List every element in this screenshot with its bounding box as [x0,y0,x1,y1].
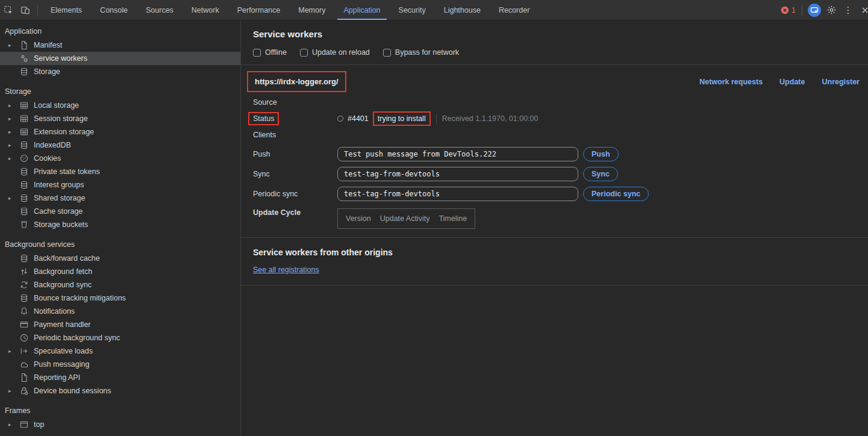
sidebar-item-background-sync[interactable]: Background sync [0,278,240,291]
tab-application[interactable]: Application [337,0,386,20]
lockbadge-icon [19,386,29,396]
sidebar-item-background-fetch[interactable]: Background fetch [0,265,240,278]
status-received: Received 1.1.1970, 01:00:00 [442,114,539,123]
expander-arrow-icon[interactable]: ▸ [8,388,17,394]
database-icon [19,140,29,150]
tab-elements[interactable]: Elements [45,0,88,20]
more-options-button[interactable]: ⋮ [840,2,857,18]
sidebar-item-label: Local storage [34,101,79,110]
tab-console[interactable]: Console [94,0,134,20]
sidebar-item-service-workers[interactable]: Service workers [0,52,240,65]
extension-icon [808,4,821,17]
periodic-sync-tag-input[interactable] [337,187,578,201]
error-icon [781,6,789,14]
device-toolbar-button[interactable] [17,2,34,18]
expander-arrow-icon[interactable]: ▸ [8,142,17,148]
sidebar-item-cookies[interactable]: ▸Cookies [0,152,240,165]
database-icon [19,293,29,303]
sidebar-item-payment-handler[interactable]: Payment handler [0,318,240,331]
unregister-link[interactable]: Unregister [822,78,860,86]
tab-performance[interactable]: Performance [231,0,287,20]
close-icon [861,6,868,14]
sidebar-item-label: Background fetch [34,267,92,276]
devtools-tabbar: ElementsConsoleSourcesNetworkPerformance… [0,0,868,20]
checkbox-icon[interactable] [253,49,261,57]
clients-label: Clients [253,131,337,139]
expander-arrow-icon[interactable]: ▸ [8,195,17,201]
tab-network[interactable]: Network [186,0,225,20]
sidebar-item-label: Speculative loads [34,347,93,355]
sidebar-item-label: Storage buckets [34,220,88,229]
checkbox-offline[interactable]: Offline [253,48,287,57]
periodic-sync-label: Periodic sync [253,190,337,198]
sidebar-item-local-storage[interactable]: ▸Local storage [0,99,240,112]
sidebar-item-manifest[interactable]: ▸Manifest [0,39,240,52]
sidebar-item-bounce-tracking-mitigations[interactable]: Bounce tracking mitigations [0,291,240,305]
tab-sources[interactable]: Sources [140,0,180,20]
sidebar-section-frames: Frames▸top [0,403,240,431]
frame-icon [19,420,29,429]
service-worker-entry: https://irdx-logger.org/ Network request… [241,65,868,229]
expander-arrow-icon[interactable]: ▸ [8,42,17,48]
push-message-input[interactable] [337,147,578,161]
source-label: Source [253,98,337,107]
sidebar-item-push-messaging[interactable]: Push messaging [0,358,240,371]
sidebar-item-shared-storage[interactable]: ▸Shared storage [0,192,240,205]
sidebar-item-session-storage[interactable]: ▸Session storage [0,112,240,125]
expander-arrow-icon[interactable]: ▸ [8,102,17,108]
sidebar-item-label: Manifest [34,41,62,49]
see-all-registrations-link[interactable]: See all registrations [253,266,319,274]
checkbox-bypass-for-network[interactable]: Bypass for network [383,48,459,57]
sidebar-section-title: Background services [0,237,240,252]
sidebar-item-interest-groups[interactable]: Interest groups [0,178,240,192]
status-radio-icon[interactable] [337,116,343,122]
extension-button[interactable] [806,2,823,18]
expander-arrow-icon[interactable]: ▸ [8,129,17,135]
expander-arrow-icon[interactable]: ▸ [8,155,17,161]
expander-arrow-icon[interactable]: ▸ [8,422,17,428]
update-cycle-label: Update Cycle [253,208,337,217]
update-cycle-header-update-activity: Update Activity [380,214,430,223]
sidebar-item-extension-storage[interactable]: ▸Extension storage [0,125,240,139]
tab-security[interactable]: Security [393,0,432,20]
sync-button[interactable]: Sync [583,167,618,181]
sidebar-item-label: Back/forward cache [34,254,100,263]
expander-arrow-icon[interactable]: ▸ [8,348,17,354]
checkbox-update-on-reload[interactable]: Update on reload [300,48,370,57]
update-link[interactable]: Update [779,78,805,86]
periodic-sync-button[interactable]: Periodic sync [583,187,649,201]
sidebar-item-private-state-tokens[interactable]: Private state tokens [0,165,240,178]
periodic-sync-row: Periodic sync Periodic sync [253,187,868,201]
error-badge[interactable]: 1 [781,6,796,14]
sidebar-item-speculative-loads[interactable]: ▸Speculative loads [0,344,240,358]
inspect-element-button[interactable] [0,2,17,18]
tab-lighthouse[interactable]: Lighthouse [438,0,487,20]
sidebar-item-back-forward-cache[interactable]: Back/forward cache [0,252,240,265]
sidebar-item-reporting-api[interactable]: Reporting API [0,371,240,384]
sidebar-item-indexeddb[interactable]: ▸IndexedDB [0,139,240,152]
panel-tabs: ElementsConsoleSourcesNetworkPerformance… [42,0,539,20]
service-worker-origin: https://irdx-logger.org/ [255,77,339,86]
sidebar-item-top[interactable]: ▸top [0,418,240,431]
settings-button[interactable] [823,2,840,18]
update-cycle-header-timeline: Timeline [439,214,467,223]
sidebar-item-notifications[interactable]: Notifications [0,305,240,318]
database-icon [19,193,29,203]
push-button[interactable]: Push [583,147,619,161]
sidebar-item-storage-buckets[interactable]: Storage buckets [0,218,240,231]
sync-tag-input[interactable] [337,167,578,181]
origin-annotation-box: https://irdx-logger.org/ [247,71,346,92]
sidebar-item-label: Cookies [34,154,61,163]
network-requests-link[interactable]: Network requests [699,78,763,86]
checkbox-icon[interactable] [300,49,308,57]
close-devtools-button[interactable] [857,2,868,18]
sidebar-item-cache-storage[interactable]: Cache storage [0,205,240,218]
inspect-cursor-icon [4,5,13,15]
tab-recorder[interactable]: Recorder [493,0,535,20]
sidebar-item-storage[interactable]: Storage [0,65,240,78]
sidebar-item-device-bound-sessions[interactable]: ▸Device bound sessions [0,384,240,397]
tab-memory[interactable]: Memory [292,0,331,20]
sidebar-item-periodic-background-sync[interactable]: Periodic background sync [0,331,240,344]
expander-arrow-icon[interactable]: ▸ [8,116,17,122]
checkbox-icon[interactable] [383,49,391,57]
